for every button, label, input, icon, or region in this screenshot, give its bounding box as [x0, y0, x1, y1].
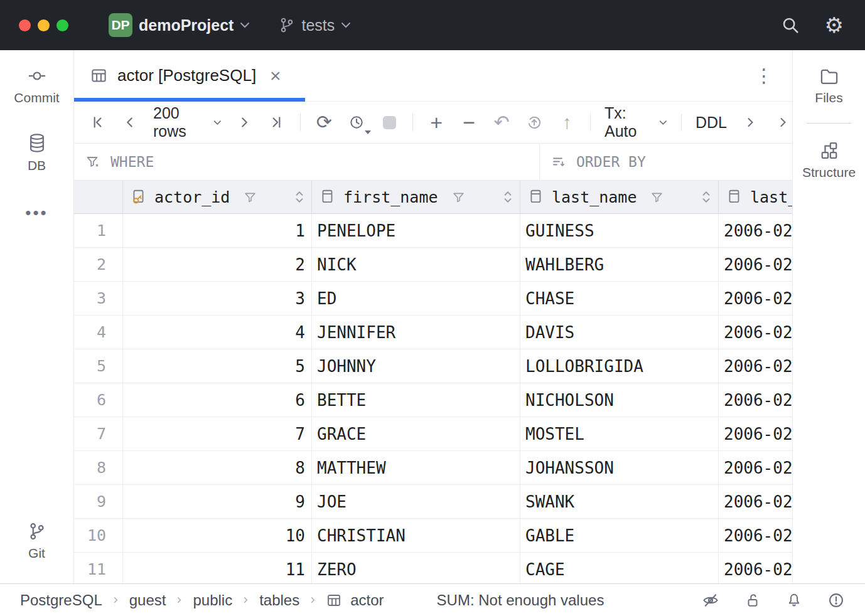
cell-first-name[interactable]: PENELOPE [312, 214, 520, 247]
cell-first-name[interactable]: GRACE [312, 417, 520, 450]
cell-actor-id[interactable]: 4 [123, 316, 312, 349]
tab-close-icon[interactable]: × [270, 66, 281, 85]
order-by-input[interactable]: ORDER BY [540, 144, 792, 180]
row-number[interactable]: 4 [74, 316, 123, 349]
unlocked-padlock-icon[interactable] [744, 592, 761, 608]
table-row[interactable]: 66BETTENICHOLSON2006-02 [74, 383, 792, 417]
row-number[interactable]: 7 [74, 417, 123, 450]
table-row[interactable]: 55JOHNNYLOLLOBRIGIDA2006-02 [74, 349, 792, 383]
cell-last-update[interactable]: 2006-02 [719, 383, 792, 417]
tool-window-structure[interactable]: Structure [793, 141, 865, 180]
branch-widget[interactable]: tests [279, 16, 351, 35]
cell-actor-id[interactable]: 9 [123, 485, 312, 518]
row-number[interactable]: 8 [74, 451, 123, 484]
row-number[interactable]: 6 [74, 383, 123, 417]
delete-row-icon[interactable]: − [459, 112, 478, 133]
cell-first-name[interactable]: JOHNNY [312, 349, 520, 383]
breadcrumb-item[interactable]: PostgreSQL [20, 592, 102, 609]
cell-last-update[interactable]: 2006-02 [719, 349, 792, 383]
column-header-actor-id[interactable]: actor_id [123, 181, 312, 213]
cell-actor-id[interactable]: 7 [123, 417, 312, 450]
cell-actor-id[interactable]: 8 [123, 451, 312, 484]
column-filter-icon[interactable] [244, 191, 257, 204]
cell-last-name[interactable]: WAHLBERG [520, 248, 719, 281]
cell-last-update[interactable]: 2006-02 [719, 553, 792, 583]
row-number[interactable]: 11 [74, 553, 123, 583]
preview-off-icon[interactable] [702, 592, 719, 609]
revert-icon[interactable]: ↶ [492, 112, 511, 133]
project-widget[interactable]: DP demoProject [109, 13, 250, 37]
table-row[interactable]: 22NICKWAHLBERG2006-02 [74, 248, 792, 282]
cell-actor-id[interactable]: 5 [123, 349, 312, 383]
previous-page-icon[interactable] [121, 112, 139, 133]
breadcrumb-item[interactable]: tables [259, 592, 299, 609]
first-page-icon[interactable] [88, 112, 107, 133]
tool-window-commit[interactable]: Commit [0, 66, 73, 105]
tx-mode-dropdown[interactable]: Tx: Auto [604, 104, 667, 141]
page-size-dropdown[interactable]: 200 rows [153, 104, 221, 141]
cell-last-name[interactable]: NICHOLSON [520, 383, 719, 417]
table-row[interactable]: 1111ZEROCAGE2006-02 [74, 553, 792, 583]
cell-last-update[interactable]: 2006-02 [719, 451, 792, 484]
cell-last-name[interactable]: JOHANSSON [520, 451, 719, 484]
cell-last-update[interactable]: 2006-02 [719, 519, 792, 552]
search-icon[interactable] [781, 16, 800, 35]
cell-last-update[interactable]: 2006-02 [719, 417, 792, 450]
cell-last-update[interactable]: 2006-02 [719, 282, 792, 315]
table-row[interactable]: 1010CHRISTIANGABLE2006-02 [74, 519, 792, 553]
table-row[interactable]: 77GRACEMOSTEL2006-02 [74, 417, 792, 451]
sort-toggle-icon[interactable] [503, 190, 512, 204]
cell-first-name[interactable]: BETTE [312, 383, 520, 417]
tool-window-files[interactable]: Files [793, 68, 865, 105]
cell-actor-id[interactable]: 6 [123, 383, 312, 417]
column-header-first-name[interactable]: first_name [312, 181, 520, 213]
breadcrumb-item[interactable]: actor [350, 592, 384, 609]
cell-actor-id[interactable]: 3 [123, 282, 312, 315]
cell-last-name[interactable]: CHASE [520, 282, 719, 315]
column-header-last-update[interactable]: last_update [719, 181, 792, 213]
cell-actor-id[interactable]: 10 [123, 519, 312, 552]
cell-last-update[interactable]: 2006-02 [719, 214, 792, 247]
row-number[interactable]: 3 [74, 282, 123, 315]
query-history-icon[interactable] [347, 112, 366, 133]
tab-actor-postgresql[interactable]: actor [PostgreSQL] × [74, 50, 305, 101]
table-row[interactable]: 33EDCHASE2006-02 [74, 282, 792, 316]
cell-first-name[interactable]: NICK [312, 248, 520, 281]
cell-last-name[interactable]: MOSTEL [520, 417, 719, 450]
table-row[interactable]: 88MATTHEWJOHANSSON2006-02 [74, 451, 792, 485]
tab-options-kebab-icon[interactable]: ⋮ [755, 65, 792, 87]
where-filter-input[interactable]: WHERE [74, 144, 540, 180]
more-tool-windows-icon[interactable]: ••• [0, 203, 73, 223]
cell-last-name[interactable]: GABLE [520, 519, 719, 552]
cell-last-name[interactable]: CAGE [520, 553, 719, 583]
sort-toggle-icon[interactable] [295, 190, 304, 204]
refresh-icon[interactable]: ⟳ [314, 112, 333, 133]
cell-actor-id[interactable]: 11 [123, 553, 312, 583]
row-number[interactable]: 10 [74, 519, 123, 552]
settings-gear-icon[interactable]: ⚙ [825, 14, 844, 36]
next-page-icon[interactable] [235, 112, 254, 133]
zoom-window-button[interactable] [56, 19, 68, 31]
table-row[interactable]: 99JOESWANK2006-02 [74, 485, 792, 519]
minimize-window-button[interactable] [38, 19, 50, 31]
cell-last-name[interactable]: LOLLOBRIGIDA [520, 349, 719, 383]
cell-last-name[interactable]: SWANK [520, 485, 719, 518]
tool-window-git[interactable]: Git [0, 522, 73, 561]
close-window-button[interactable] [19, 19, 31, 31]
sort-toggle-icon[interactable] [702, 190, 711, 204]
row-number-header[interactable] [74, 181, 123, 213]
cell-first-name[interactable]: JOE [312, 485, 520, 518]
table-row[interactable]: 11PENELOPEGUINESS2006-02 [74, 214, 792, 248]
aggregate-status[interactable]: SUM: Not enough values [437, 592, 604, 609]
breadcrumb-item[interactable]: guest [129, 592, 166, 609]
row-number[interactable]: 1 [74, 214, 123, 247]
cell-last-name[interactable]: DAVIS [520, 316, 719, 349]
cell-actor-id[interactable]: 1 [123, 214, 312, 247]
goto-chevron-icon[interactable] [773, 112, 792, 133]
cell-first-name[interactable]: JENNIFER [312, 316, 520, 349]
cell-last-update[interactable]: 2006-02 [719, 248, 792, 281]
cell-first-name[interactable]: CHRISTIAN [312, 519, 520, 552]
notifications-bell-icon[interactable] [786, 592, 802, 608]
cell-first-name[interactable]: MATTHEW [312, 451, 520, 484]
cell-actor-id[interactable]: 2 [123, 248, 312, 281]
